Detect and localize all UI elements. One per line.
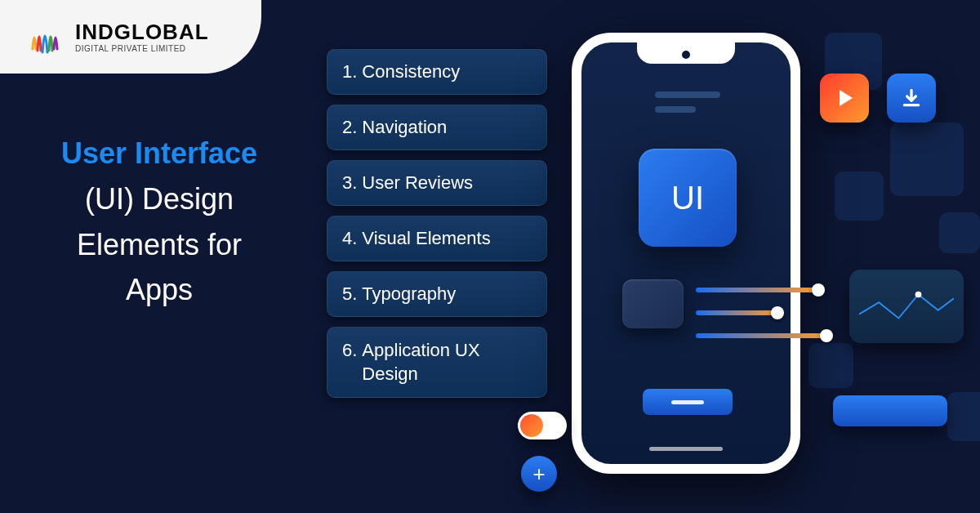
phone-header-bars xyxy=(655,91,720,113)
phone-notch xyxy=(637,42,735,64)
list-item-number: 2. xyxy=(342,117,357,138)
list-item: 4. Visual Elements xyxy=(327,216,547,261)
logo-badge: INDGLOBAL DIGITAL PRIVATE LIMITED xyxy=(0,0,261,74)
heading-line: Apps xyxy=(24,267,294,313)
decorative-square xyxy=(947,392,980,441)
heading-line: (UI) Design xyxy=(24,176,294,222)
slider xyxy=(696,333,826,338)
phone-mockup: UI xyxy=(572,33,800,474)
list-item-number: 3. xyxy=(342,172,357,194)
decorative-square xyxy=(890,123,964,196)
decorative-square xyxy=(808,343,853,388)
ui-tile-label: UI xyxy=(671,180,704,216)
heading-accent: User Interface xyxy=(24,131,294,176)
decorative-square xyxy=(835,172,884,221)
list-item: 6. Application UX Design xyxy=(327,327,547,398)
logo-name: INDGLOBAL xyxy=(75,21,209,42)
element-list: 1. Consistency 2. Navigation 3. User Rev… xyxy=(327,49,547,398)
play-icon xyxy=(820,74,869,123)
svg-point-0 xyxy=(915,292,922,298)
list-item-number: 1. xyxy=(342,61,357,83)
list-item-number: 4. xyxy=(342,228,357,249)
blue-bar xyxy=(833,395,947,426)
list-item: 2. Navigation xyxy=(327,105,547,150)
ui-tile: UI xyxy=(639,149,737,247)
chart-card xyxy=(849,270,964,343)
home-indicator xyxy=(649,447,723,451)
small-tile xyxy=(622,279,684,328)
heading-line: Elements for xyxy=(24,222,294,268)
placeholder-bar xyxy=(655,91,720,98)
list-item: 3. User Reviews xyxy=(327,160,547,206)
logo-subtitle: DIGITAL PRIVATE LIMITED xyxy=(75,45,209,53)
list-item: 1. Consistency xyxy=(327,49,547,95)
list-item-number: 5. xyxy=(342,283,357,305)
list-item-label: Consistency xyxy=(362,61,460,83)
download-icon xyxy=(887,74,936,123)
slider-group xyxy=(696,288,835,338)
plus-glyph: + xyxy=(532,462,545,487)
list-item-number: 6. xyxy=(342,339,357,386)
list-item-label: Navigation xyxy=(362,117,447,138)
main-heading: User Interface (UI) Design Elements for … xyxy=(24,131,294,313)
logo-mark-icon xyxy=(24,16,65,57)
decorative-square xyxy=(939,212,980,253)
toggle-icon xyxy=(518,412,567,439)
list-item-label: Visual Elements xyxy=(362,228,490,249)
placeholder-bar xyxy=(655,106,696,113)
slider xyxy=(696,288,818,292)
list-item: 5. Typography xyxy=(327,271,547,317)
list-item-label: User Reviews xyxy=(362,172,473,194)
plus-button-icon: + xyxy=(521,456,557,492)
slider xyxy=(696,310,777,315)
list-item-label: Typography xyxy=(362,283,456,305)
phone-button xyxy=(643,389,733,415)
list-item-label: Application UX Design xyxy=(362,339,532,386)
